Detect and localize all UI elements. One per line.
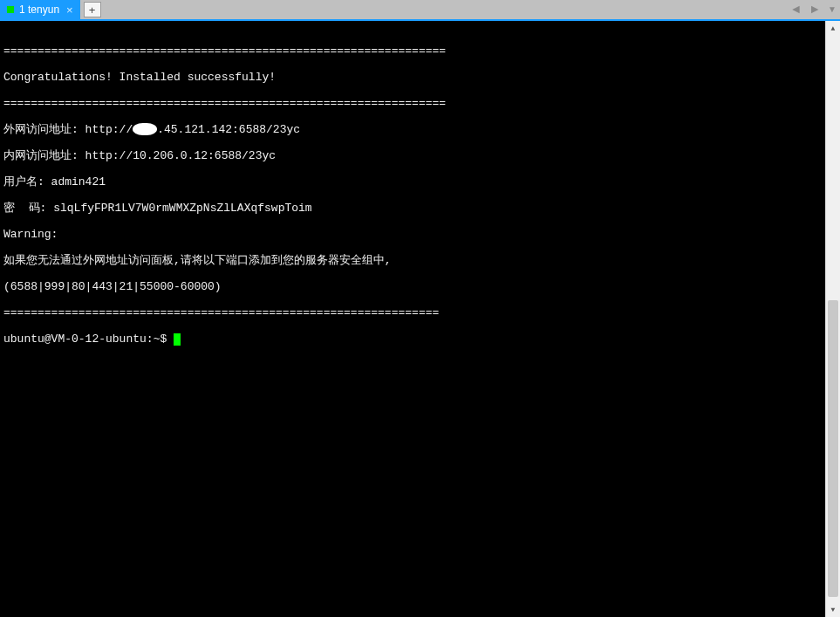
- scrollbar-thumb[interactable]: [828, 300, 838, 597]
- tab-active[interactable]: 1 tenyun ×: [0, 0, 80, 19]
- warning-line: Warning:: [3, 228, 822, 241]
- separator-line: ========================================…: [3, 306, 822, 319]
- cursor-icon: [174, 333, 181, 346]
- tab-dropdown-icon[interactable]: ▼: [828, 4, 837, 14]
- separator-line: ========================================…: [3, 45, 822, 58]
- username-line: 用户名: admin421: [3, 175, 822, 189]
- scrollbar[interactable]: ▲ ▼: [825, 21, 840, 617]
- new-tab-button[interactable]: +: [84, 2, 101, 17]
- warning-ports-line: (6588|999|80|443|21|55000-60000): [3, 280, 822, 293]
- redacted-ip-icon: [133, 123, 157, 135]
- tab-label: 1 tenyun: [19, 3, 59, 16]
- scroll-down-icon[interactable]: ▼: [826, 602, 840, 617]
- external-url-line: 外网访问地址: http://.45.121.142:6588/23yc: [3, 123, 822, 136]
- tab-bar: 1 tenyun × + ◄ ► ▼: [0, 0, 840, 21]
- terminal-output[interactable]: ========================================…: [0, 21, 825, 617]
- prompt-line[interactable]: ubuntu@VM-0-12-ubuntu:~$: [3, 332, 822, 346]
- tab-status-indicator: [7, 6, 14, 13]
- scroll-up-icon[interactable]: ▲: [826, 21, 840, 36]
- nav-left-icon[interactable]: ◄: [789, 2, 802, 16]
- separator-line: ========================================…: [3, 97, 822, 110]
- congrats-line: Congratulations! Installed successfully!: [3, 71, 822, 84]
- tab-nav-controls: ◄ ► ▼: [789, 2, 837, 16]
- terminal-wrapper: ========================================…: [0, 21, 840, 617]
- password-line: 密 码: slqLfyFPR1LV7W0rmWMXZpNsZlLAXqfswpT…: [3, 202, 822, 215]
- close-icon[interactable]: ×: [65, 3, 75, 17]
- nav-right-icon[interactable]: ►: [809, 2, 821, 16]
- warning-detail-line: 如果您无法通过外网地址访问面板,请将以下端口添加到您的服务器安全组中,: [3, 254, 822, 267]
- internal-url-line: 内网访问地址: http://10.206.0.12:6588/23yc: [3, 149, 822, 162]
